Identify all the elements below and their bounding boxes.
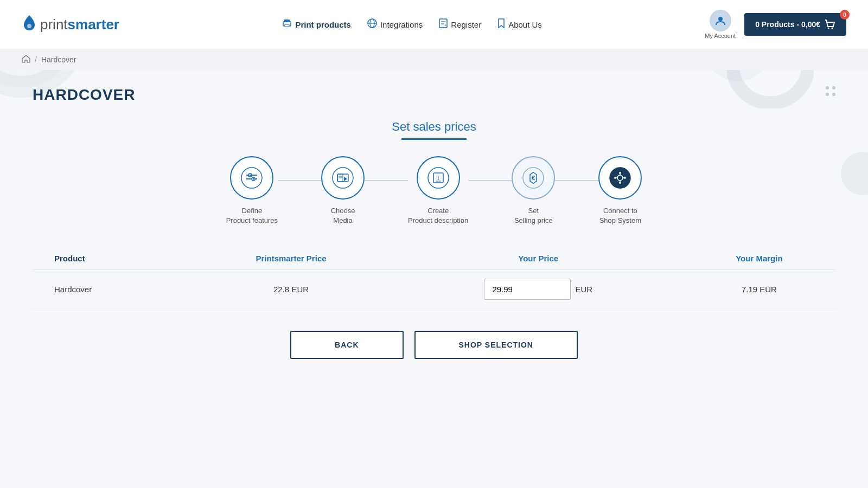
connector-3 bbox=[468, 180, 512, 181]
svg-point-32 bbox=[831, 28, 833, 29]
bookmark-icon bbox=[497, 18, 505, 30]
svg-point-60 bbox=[614, 177, 616, 179]
step-connect-label: Connect to Shop System bbox=[599, 206, 641, 226]
svg-marker-42 bbox=[344, 177, 347, 181]
table-row: Hardcover 22.8 EUR EUR 7.19 EUR bbox=[33, 270, 835, 309]
step-set-price: € Set Selling price bbox=[512, 156, 555, 226]
svg-point-58 bbox=[619, 172, 621, 174]
cell-product-name: Hardcover bbox=[33, 270, 188, 309]
home-icon[interactable] bbox=[22, 54, 30, 65]
shop-selection-button[interactable]: SHOP SELECTION bbox=[414, 331, 578, 359]
logo-icon bbox=[22, 14, 37, 35]
grid-dots bbox=[826, 86, 835, 96]
col-product: Product bbox=[33, 247, 188, 270]
nav-print-products[interactable]: Print products bbox=[282, 15, 351, 34]
nav-integrations[interactable]: Integrations bbox=[367, 14, 423, 35]
currency-label: EUR bbox=[575, 285, 592, 294]
register-icon bbox=[439, 18, 448, 30]
steps-underline bbox=[401, 138, 467, 140]
logo[interactable]: printsmarter bbox=[22, 14, 119, 35]
cell-printsmarter-price: 22.8 EUR bbox=[188, 270, 393, 309]
step-desc-label: Create Product description bbox=[408, 206, 468, 226]
step-price-label: Set Selling price bbox=[514, 206, 553, 226]
cell-your-margin: 7.19 EUR bbox=[683, 270, 835, 309]
cart-badge: 0 bbox=[840, 10, 850, 20]
col-your-price: Your Price bbox=[394, 247, 683, 270]
cart-button[interactable]: 0 Products - 0,00€ 0 bbox=[744, 13, 846, 36]
integrations-icon bbox=[367, 18, 377, 30]
logo-text: printsmarter bbox=[40, 16, 119, 33]
price-input-wrap: EUR bbox=[405, 279, 672, 300]
svg-point-52 bbox=[610, 168, 630, 188]
step-choose-media: Choose Media bbox=[321, 156, 365, 226]
cell-your-price: EUR bbox=[394, 270, 683, 309]
step-define: Define Product features bbox=[226, 156, 278, 226]
svg-rect-27 bbox=[439, 19, 447, 28]
back-button[interactable]: BACK bbox=[290, 331, 403, 359]
step-price-icon: € bbox=[512, 156, 555, 200]
breadcrumb: / Hardcover bbox=[0, 49, 868, 70]
breadcrumb-current: Hardcover bbox=[41, 55, 76, 64]
svg-point-59 bbox=[619, 182, 621, 184]
header-right: My Account 0 Products - 0,00€ 0 bbox=[705, 10, 846, 39]
main-nav: Print products Integrations Register Abo… bbox=[282, 14, 541, 35]
page-title: HARDCOVER bbox=[33, 86, 135, 104]
price-input[interactable] bbox=[484, 279, 571, 300]
step-media-label: Choose Media bbox=[331, 206, 355, 226]
step-define-icon bbox=[230, 156, 273, 200]
step-define-label: Define Product features bbox=[226, 206, 278, 226]
connector-2 bbox=[365, 180, 408, 181]
svg-point-30 bbox=[718, 17, 723, 21]
connector-4 bbox=[555, 180, 598, 181]
page-title-row: HARDCOVER bbox=[33, 86, 835, 104]
btn-row: BACK SHOP SELECTION bbox=[33, 331, 835, 359]
my-account[interactable]: My Account bbox=[705, 10, 736, 39]
nav-register[interactable]: Register bbox=[439, 14, 481, 35]
svg-point-36 bbox=[250, 175, 251, 176]
svg-text:T: T bbox=[436, 174, 441, 182]
printer-icon bbox=[282, 19, 292, 30]
steps-row: Define Product features bbox=[33, 156, 835, 226]
svg-point-31 bbox=[827, 28, 829, 29]
steps-title: Set sales prices bbox=[33, 120, 835, 134]
nav-about-us[interactable]: About Us bbox=[497, 14, 542, 35]
svg-text:€: € bbox=[532, 175, 535, 181]
step-create-desc: T Create Product description bbox=[408, 156, 468, 226]
step-connect: Connect to Shop System bbox=[598, 156, 642, 226]
svg-point-61 bbox=[624, 177, 626, 179]
account-avatar bbox=[710, 10, 731, 31]
steps-section: Set sales prices Define bbox=[33, 120, 835, 226]
col-your-margin: Your Margin bbox=[683, 247, 835, 270]
col-printsmarter-price: Printsmarter Price bbox=[188, 247, 393, 270]
step-connect-icon bbox=[598, 156, 642, 200]
step-desc-icon: T bbox=[417, 156, 460, 200]
connector-1 bbox=[278, 180, 321, 181]
svg-rect-22 bbox=[284, 20, 290, 22]
price-table: Product Printsmarter Price Your Price Yo… bbox=[33, 247, 835, 309]
svg-point-39 bbox=[253, 178, 254, 180]
step-media-icon bbox=[321, 156, 365, 200]
svg-point-20 bbox=[27, 24, 31, 28]
svg-rect-23 bbox=[285, 24, 289, 27]
breadcrumb-separator: / bbox=[35, 55, 37, 64]
